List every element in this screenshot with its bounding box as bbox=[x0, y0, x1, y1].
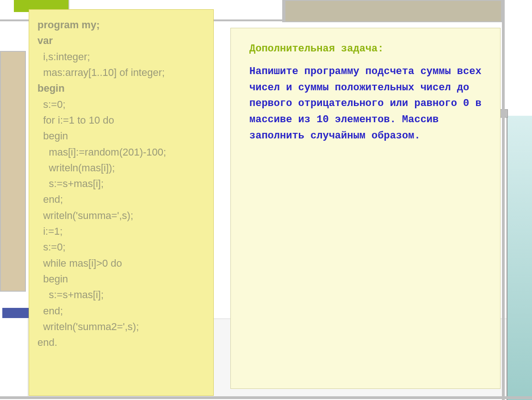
code-line: s:=s+mas[i]; bbox=[37, 287, 208, 303]
code-line: s:=0; bbox=[37, 97, 208, 112]
code-line: var bbox=[37, 33, 208, 49]
task-body: Напишите программу подсчета суммы всех ч… bbox=[249, 64, 485, 144]
code-line: begin bbox=[37, 128, 208, 144]
code-line: mas:array[1..10] of integer; bbox=[37, 65, 208, 81]
code-line: writeln(mas[i]); bbox=[37, 160, 208, 176]
code-line: end. bbox=[37, 335, 208, 350]
code-line: writeln('summa2=',s); bbox=[37, 319, 208, 335]
code-line: while mas[i]>0 do bbox=[37, 256, 208, 271]
code-line: s:=s+mas[i]; bbox=[37, 176, 208, 192]
decor-right-line bbox=[502, 0, 505, 400]
code-line: end; bbox=[37, 303, 208, 319]
code-line: s:=0; bbox=[37, 239, 208, 255]
code-line: i:=1; bbox=[37, 224, 208, 239]
code-line: begin bbox=[37, 81, 208, 96]
code-panel: program my;var i,s:integer; mas:array[1.… bbox=[29, 9, 214, 396]
code-line: program my; bbox=[37, 17, 208, 33]
code-line: begin bbox=[37, 271, 208, 287]
decor-bottom-line bbox=[0, 396, 532, 399]
code-line: for i:=1 to 10 do bbox=[37, 112, 208, 128]
decor-blue-bar bbox=[2, 308, 30, 318]
decor-beige-left bbox=[0, 51, 26, 292]
code-line: i,s:integer; bbox=[37, 49, 208, 65]
code-line: writeln('summa=',s); bbox=[37, 208, 208, 224]
decor-teal-right bbox=[507, 116, 532, 400]
code-line: mas[i]:=random(201)-100; bbox=[37, 144, 208, 160]
task-title: Дополнительная задача: bbox=[249, 41, 485, 57]
decor-top-grey bbox=[285, 0, 502, 22]
code-line: end; bbox=[37, 192, 208, 207]
task-panel: Дополнительная задача: Напишите программ… bbox=[230, 28, 501, 389]
decor-line bbox=[282, 0, 285, 22]
